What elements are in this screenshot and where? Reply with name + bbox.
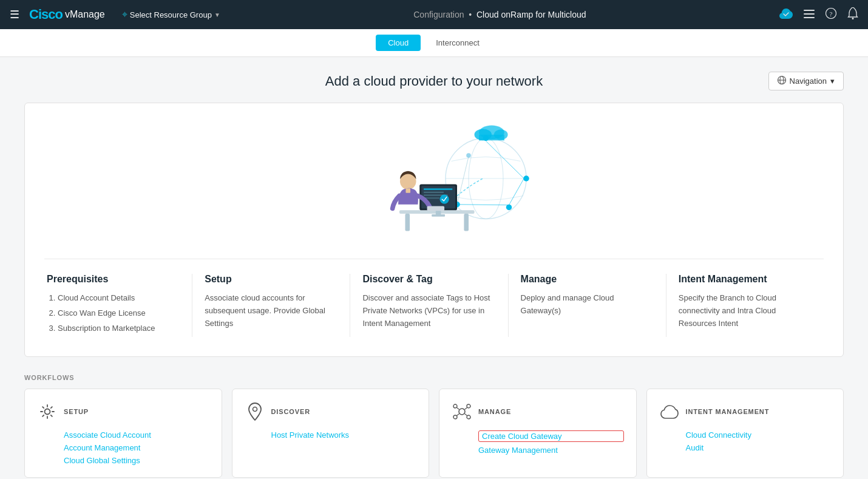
notifications-icon[interactable] — [847, 7, 858, 22]
page-heading-row: Add a cloud provider to your network Nav… — [24, 72, 844, 90]
help-icon[interactable]: ? — [826, 8, 836, 22]
manage-title: Manage — [521, 274, 654, 285]
gateway-management-link[interactable]: Gateway Management — [478, 446, 624, 455]
discover-title: Discover & Tag — [362, 274, 495, 285]
audit-link[interactable]: Audit — [686, 443, 832, 452]
svg-rect-33 — [424, 188, 453, 190]
create-cloud-gateway-link[interactable]: Create Cloud Gateway — [478, 430, 624, 442]
svg-rect-28 — [464, 214, 469, 231]
resource-group-selector[interactable]: ⌖ Select Resource Group ▼ — [122, 9, 220, 20]
svg-point-5 — [852, 18, 854, 19]
workflow-card-setup: SETUP Associate Cloud Account Account Ma… — [24, 389, 222, 478]
intent-body: Specify the Branch to Cloud connectivity… — [679, 292, 812, 330]
workflow-manage-title: MANAGE — [478, 408, 511, 415]
workflow-discover-header: DISCOVER — [245, 401, 417, 422]
cloud-global-settings-link[interactable]: Cloud Global Settings — [64, 456, 209, 465]
cloud-status-icon[interactable] — [779, 8, 793, 22]
main-content: Add a cloud provider to your network Nav… — [0, 57, 868, 479]
setup-gear-icon — [37, 401, 58, 422]
cloud-connectivity-link[interactable]: Cloud Connectivity — [686, 430, 832, 440]
prereq-item-3: Subscription to Marketplace — [58, 322, 180, 335]
app-logo: Cisco vManage — [29, 7, 105, 22]
workflows-row: SETUP Associate Cloud Account Account Ma… — [24, 389, 844, 478]
svg-line-20 — [457, 205, 509, 205]
workflows-label: WORKFLOWS — [24, 374, 844, 381]
intent-cloud-icon — [659, 401, 680, 422]
page-title: Cloud onRamp for Multicloud — [476, 10, 586, 19]
location-pin-icon: ⌖ — [122, 9, 127, 20]
workflow-manage-links: Create Cloud Gateway Gateway Management — [452, 430, 624, 455]
svg-line-51 — [465, 414, 468, 416]
host-private-networks-link[interactable]: Host Private Networks — [271, 430, 417, 440]
setup-body: Associate cloud accounts for subsequent … — [205, 292, 337, 330]
step-manage: Manage Deploy and manage Cloud Gateway(s… — [509, 274, 666, 337]
associate-cloud-account-link[interactable]: Associate Cloud Account — [64, 430, 209, 440]
topnav-action-icons: ? — [779, 7, 858, 22]
workflow-setup-links: Associate Cloud Account Account Manageme… — [37, 430, 209, 465]
step-setup: Setup Associate cloud accounts for subse… — [192, 274, 350, 337]
prereq-item-2: Cisco Wan Edge License — [58, 307, 180, 320]
dropdown-arrow-icon: ▼ — [214, 12, 220, 18]
steps-row: Prerequisites Cloud Account Details Cisc… — [44, 259, 824, 337]
page-heading: Add a cloud provider to your network — [297, 73, 571, 89]
discover-body: Discover and associate Tags to Host Priv… — [362, 292, 495, 330]
workflow-manage-header: MANAGE — [452, 401, 624, 422]
resource-group-label: Select Resource Group — [130, 10, 212, 19]
svg-line-48 — [456, 407, 459, 410]
svg-line-18 — [486, 141, 524, 178]
svg-point-42 — [253, 407, 257, 412]
globe-icon — [778, 76, 786, 86]
tab-cloud[interactable]: Cloud — [376, 35, 421, 51]
svg-rect-1 — [804, 13, 815, 15]
svg-line-49 — [465, 407, 468, 410]
manage-network-icon — [452, 401, 472, 422]
discover-location-icon — [245, 401, 265, 422]
navigation-button-label: Navigation — [790, 76, 827, 86]
account-management-link[interactable]: Account Management — [64, 443, 209, 452]
setup-title: Setup — [205, 274, 337, 285]
svg-line-21 — [457, 157, 469, 205]
hero-illustration — [319, 118, 549, 239]
prereq-item-1: Cloud Account Details — [58, 292, 180, 305]
top-navigation: ☰ Cisco vManage ⌖ Select Resource Group … — [0, 0, 868, 29]
workflow-intent-links: Cloud Connectivity Audit — [659, 430, 832, 452]
svg-text:?: ? — [830, 10, 833, 17]
workflows-section: WORKFLOWS SETUP Associate Cloud Account … — [24, 374, 844, 478]
workflow-setup-title: SETUP — [64, 408, 89, 415]
step-discover: Discover & Tag Discover and associate Ta… — [350, 274, 508, 337]
step-intent: Intent Management Specify the Branch to … — [666, 274, 824, 337]
svg-rect-27 — [405, 214, 410, 231]
tab-interconnect[interactable]: Interconnect — [423, 34, 492, 52]
vmanage-logo-text: vManage — [65, 9, 105, 20]
svg-rect-25 — [479, 135, 504, 141]
svg-rect-2 — [804, 17, 815, 18]
svg-point-37 — [440, 195, 449, 204]
hamburger-menu-icon[interactable]: ☰ — [10, 8, 19, 21]
svg-rect-40 — [427, 206, 445, 211]
svg-rect-31 — [436, 210, 441, 215]
workflow-card-discover: DISCOVER Host Private Networks — [232, 389, 430, 478]
workflow-intent-title: INTENT MANAGEMENT — [686, 408, 770, 415]
page-breadcrumb: Configuration • Cloud onRamp for Multicl… — [230, 10, 770, 19]
prerequisites-body: Cloud Account Details Cisco Wan Edge Lic… — [47, 292, 180, 335]
svg-line-50 — [456, 414, 459, 416]
svg-rect-39 — [405, 188, 410, 193]
navigation-button[interactable]: Navigation ▾ — [768, 72, 844, 90]
menu-grid-icon[interactable] — [804, 8, 815, 21]
prerequisites-title: Prerequisites — [47, 274, 180, 285]
navigation-chevron-icon: ▾ — [830, 76, 835, 86]
workflow-card-intent: INTENT MANAGEMENT Cloud Connectivity Aud… — [646, 389, 844, 478]
svg-line-19 — [509, 178, 524, 205]
workflow-intent-header: INTENT MANAGEMENT — [659, 401, 832, 422]
svg-rect-0 — [804, 10, 815, 11]
svg-point-41 — [45, 409, 50, 415]
svg-rect-34 — [424, 192, 444, 193]
workflow-discover-links: Host Private Networks — [245, 430, 417, 440]
svg-point-14 — [523, 175, 529, 182]
config-label: Configuration — [413, 10, 464, 19]
illustration-area — [44, 118, 824, 239]
workflow-discover-title: DISCOVER — [271, 408, 311, 415]
svg-point-43 — [459, 409, 465, 415]
workflow-card-manage: MANAGE Create Cloud Gateway Gateway Mana… — [439, 389, 637, 478]
step-prerequisites: Prerequisites Cloud Account Details Cisc… — [44, 274, 192, 337]
